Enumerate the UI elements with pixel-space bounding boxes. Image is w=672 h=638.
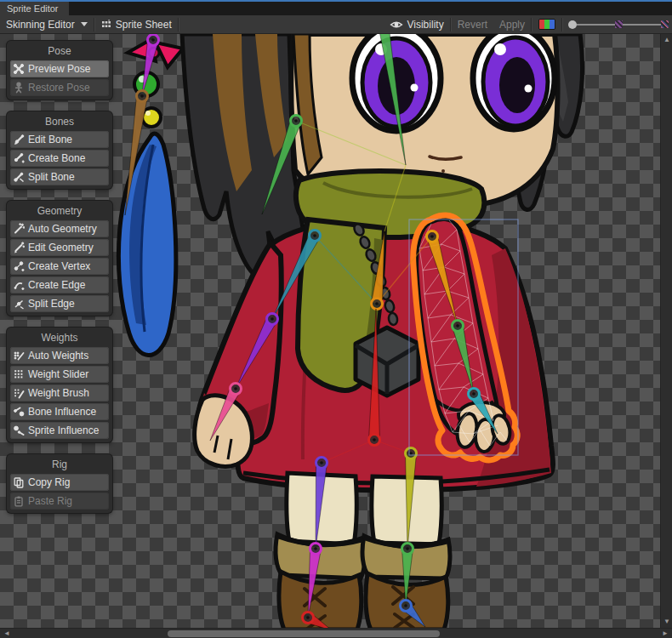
create-edge-icon	[13, 279, 25, 291]
vertical-scrollbar[interactable]: ▲ ▼	[660, 34, 672, 628]
auto-geometry-button[interactable]: Auto Geometry	[10, 220, 109, 237]
scroll-left-arrow-icon[interactable]: ◄	[3, 629, 10, 638]
weight-slider-button[interactable]: Weight Slider	[10, 366, 109, 383]
tab-sprite-editor[interactable]: Sprite Editor	[0, 2, 69, 15]
edit-bone-button[interactable]: Edit Bone	[10, 131, 109, 148]
button-label: Sprite Influence	[28, 424, 99, 436]
bone-influence-button[interactable]: Bone Influence	[10, 403, 109, 420]
split-edge-icon	[13, 298, 25, 310]
tab-strip: Sprite Editor	[0, 0, 672, 15]
panel-pose: PosePreview PoseRestore Pose	[7, 41, 112, 100]
paste-rig-button[interactable]: Paste Rig	[10, 493, 109, 510]
panel-title: Rig	[10, 459, 109, 470]
auto-weights-icon	[13, 350, 25, 362]
weight-brush-button[interactable]: Weight Brush	[10, 385, 109, 402]
auto-weights-button[interactable]: Auto Weights	[10, 347, 109, 364]
button-label: Preview Pose	[28, 63, 90, 75]
weight-slider-icon	[13, 368, 25, 380]
horizontal-scrollbar[interactable]: ◄ ►	[0, 628, 672, 638]
pattern-icon	[615, 20, 623, 28]
button-label: Create Bone	[28, 152, 85, 164]
eye-right	[473, 34, 555, 129]
weight-brush-icon	[13, 387, 25, 399]
toolbar-separator	[178, 18, 179, 31]
restore-pose-button[interactable]: Restore Pose	[10, 79, 109, 96]
copy-rig-icon	[13, 476, 25, 488]
toolbar: Skinning Editor Sprite Sheet Visibility …	[0, 15, 672, 34]
button-label: Copy Rig	[28, 476, 70, 488]
panel-geometry: GeometryAuto GeometryEdit GeometryCreate…	[7, 201, 112, 316]
mode-dropdown[interactable]: Skinning Editor	[0, 15, 94, 34]
tool-panels: PosePreview PoseRestore PoseBonesEdit Bo…	[7, 41, 112, 525]
eye-icon	[390, 20, 403, 30]
grid-icon	[101, 20, 111, 30]
panel-weights: WeightsAuto WeightsWeight SliderWeight B…	[7, 328, 112, 442]
sprite-influence-button[interactable]: Sprite Influence	[10, 422, 109, 439]
panel-title: Pose	[10, 45, 109, 57]
create-edge-button[interactable]: Create Edge	[10, 276, 109, 293]
button-label: Auto Geometry	[28, 223, 97, 235]
panel-title: Weights	[10, 332, 109, 344]
button-label: Weight Slider	[28, 368, 88, 380]
button-label: Restore Pose	[28, 82, 90, 94]
window-focus-accent	[0, 0, 672, 2]
dropdown-caret-icon	[81, 22, 88, 26]
button-label: Edit Bone	[28, 134, 72, 145]
scroll-down-arrow-icon[interactable]: ▼	[661, 618, 672, 626]
button-label: Create Vertex	[28, 260, 90, 272]
copy-rig-button[interactable]: Copy Rig	[10, 474, 109, 491]
rgb-toggle-button[interactable]	[532, 15, 561, 34]
visibility-label: Visibility	[407, 19, 444, 31]
split-bone-button[interactable]: Split Bone	[10, 168, 109, 185]
button-label: Split Edge	[28, 298, 75, 310]
auto-geometry-icon	[13, 223, 25, 235]
button-label: Edit Geometry	[28, 242, 94, 253]
create-vertex-icon	[13, 260, 25, 272]
rgb-swatch-icon	[538, 19, 555, 30]
sprite-sheet-label: Sprite Sheet	[116, 19, 172, 31]
alpha-slider[interactable]	[568, 20, 669, 29]
alpha-slider-knob[interactable]	[568, 20, 577, 29]
mode-dropdown-label: Skinning Editor	[6, 19, 75, 31]
visibility-toggle[interactable]: Visibility	[384, 15, 450, 34]
split-edge-button[interactable]: Split Edge	[10, 295, 109, 312]
restore-pose-icon	[13, 82, 25, 94]
edit-bone-icon	[13, 134, 25, 145]
panel-title: Geometry	[10, 205, 109, 217]
apply-button[interactable]: Apply	[493, 15, 531, 34]
horizontal-scrollbar-thumb[interactable]	[168, 630, 440, 637]
scroll-right-arrow-icon[interactable]: ►	[662, 629, 669, 638]
character-sprite	[182, 34, 583, 628]
sprite-influence-icon	[13, 424, 25, 436]
button-label: Split Bone	[28, 171, 75, 183]
panel-title: Bones	[10, 116, 109, 128]
sprite-sheet-button[interactable]: Sprite Sheet	[95, 15, 178, 34]
preview-pose-button[interactable]: Preview Pose	[10, 60, 109, 77]
edit-geometry-icon	[13, 242, 25, 253]
button-label: Auto Weights	[28, 350, 88, 362]
create-bone-button[interactable]: Create Bone	[10, 150, 109, 167]
bone-influence-icon	[13, 406, 25, 418]
create-bone-icon	[13, 152, 25, 164]
split-bone-icon	[13, 171, 25, 183]
toolbar-separator	[561, 18, 563, 31]
create-vertex-button[interactable]: Create Vertex	[10, 258, 109, 275]
button-label: Bone Influence	[28, 406, 96, 418]
stripes-icon	[661, 20, 669, 28]
paste-rig-icon	[13, 495, 25, 507]
scroll-up-arrow-icon[interactable]: ▲	[661, 36, 672, 44]
revert-button[interactable]: Revert	[452, 15, 493, 34]
button-label: Weight Brush	[28, 387, 89, 399]
edit-geometry-button[interactable]: Edit Geometry	[10, 239, 109, 256]
panel-bones: BonesEdit BoneCreate BoneSplit Bone	[7, 111, 112, 189]
panel-rig: RigCopy RigPaste Rig	[7, 454, 112, 513]
preview-pose-icon	[13, 63, 25, 75]
button-label: Paste Rig	[28, 495, 72, 507]
button-label: Create Edge	[28, 279, 85, 291]
